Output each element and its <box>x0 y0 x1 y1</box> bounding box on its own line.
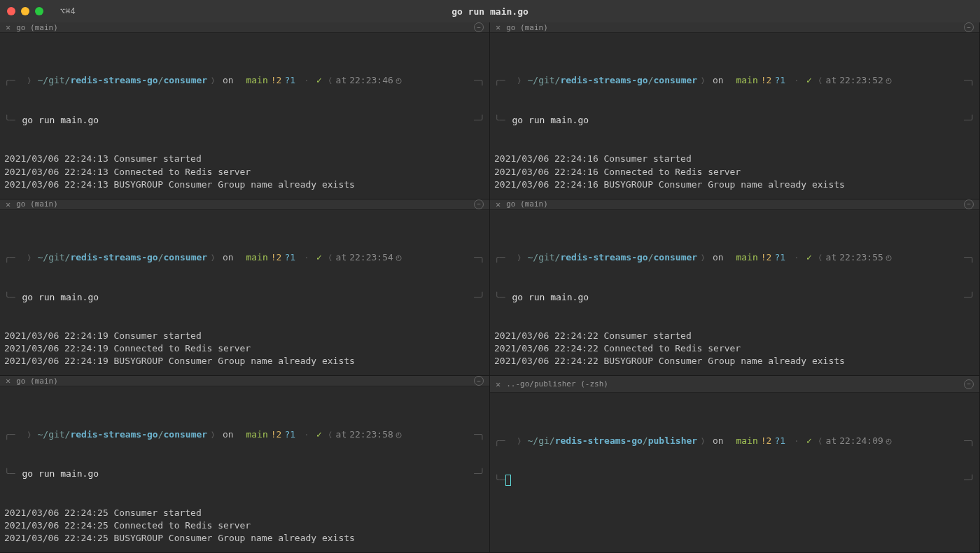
pane-menu-icon[interactable]: ⋯ <box>964 22 974 32</box>
prompt-line: ╭─ ❭ ~/gi/redis-streams-go/publisher ❭ o… <box>494 434 975 448</box>
titlebar: ⌥⌘4 go run main.go <box>0 0 980 22</box>
pane-header: ✕ go (main) ⋯ <box>0 22 489 33</box>
log-line: 2021/03/06 22:24:19 Consumer started <box>4 330 485 342</box>
log-line: 2021/03/06 22:24:22 BUSYGROUP Consumer G… <box>494 355 975 368</box>
check-icon: ✓ <box>804 251 815 265</box>
prompt-line: ╭─ ❭ ~/git/redis-streams-go/consumer ❭ o… <box>4 251 485 265</box>
tab-shortcut-label: ⌥⌘4 <box>60 6 76 16</box>
check-icon: ✓ <box>314 428 325 442</box>
pane-menu-icon[interactable]: ⋯ <box>964 200 974 209</box>
path-prefix: ~/git/ <box>37 74 70 88</box>
log-line: 2021/03/06 22:24:13 Connected to Redis s… <box>4 166 485 178</box>
terminal-pane[interactable]: ✕ go (main) ⋯ ╭─ ❭ ~/git/redis-streams-g… <box>490 200 980 377</box>
prompt-time: 22:23:52 <box>839 74 883 88</box>
git-branch: main <box>241 251 268 265</box>
path-prefix: ~/git/ <box>37 428 70 442</box>
git-modified-count: !2 <box>758 251 775 265</box>
command-text: go run main.go <box>15 114 99 127</box>
clock-icon: ◴ <box>393 428 402 442</box>
pane-header: ✕ ..-go/publisher (-zsh) ⋯ <box>490 376 979 393</box>
git-untracked-count: ?1 <box>284 428 300 442</box>
pane-header: ✕ go (main) ⋯ <box>0 200 489 210</box>
pane-header: ✕ go (main) ⋯ <box>490 22 979 33</box>
repo-name: redis-streams-go <box>560 74 648 88</box>
pane-menu-icon[interactable]: ⋯ <box>474 22 484 32</box>
pane-menu-icon[interactable]: ⋯ <box>964 379 974 389</box>
pane-title: go (main) <box>506 23 548 32</box>
prompt-time: 22:23:54 <box>349 251 393 265</box>
prompt-line: ╭─ ❭ ~/git/redis-streams-go/consumer ❭ o… <box>4 428 485 442</box>
git-modified-count: !2 <box>268 74 285 88</box>
terminal-pane[interactable]: ✕ go (main) ⋯ ╭─ ❭ ~/git/redis-streams-g… <box>0 200 490 377</box>
log-line: 2021/03/06 22:24:25 BUSYGROUP Consumer G… <box>4 532 485 545</box>
apple-icon <box>15 428 24 442</box>
git-untracked-count: ?1 <box>774 434 790 448</box>
dir-name: consumer <box>654 74 698 88</box>
check-icon: ✓ <box>804 434 815 448</box>
close-pane-icon[interactable]: ✕ <box>6 22 10 32</box>
git-untracked-count: ?1 <box>284 74 300 88</box>
terminal-body[interactable]: ╭─ ❭ ~/git/redis-streams-go/consumer ❭ o… <box>0 210 489 377</box>
clock-icon: ◴ <box>883 434 892 448</box>
check-icon: ✓ <box>314 251 325 265</box>
terminal-pane[interactable]: ✕ go (main) ⋯ ╭─ ❭ ~/git/redis-streams-g… <box>0 22 490 200</box>
apple-icon <box>505 251 514 265</box>
prompt-line: ╭─ ❭ ~/git/redis-streams-go/consumer ❭ o… <box>4 74 485 88</box>
git-untracked-count: ?1 <box>284 251 300 265</box>
pane-title: go (main) <box>16 200 58 209</box>
maximize-window-button[interactable] <box>35 7 43 15</box>
terminal-pane[interactable]: ✕ go (main) ⋯ ╭─ ❭ ~/git/redis-streams-g… <box>0 376 490 553</box>
apple-icon <box>505 74 514 88</box>
path-prefix: ~/git/ <box>527 251 560 265</box>
close-pane-icon[interactable]: ✕ <box>496 200 500 209</box>
terminal-pane[interactable]: ✕ ..-go/publisher (-zsh) ⋯ ╭─ ❭ ~/gi/red… <box>490 376 980 553</box>
repo-name: redis-streams-go <box>555 434 643 448</box>
close-pane-icon[interactable]: ✕ <box>496 22 500 32</box>
check-icon: ✓ <box>314 74 325 88</box>
clock-icon: ◴ <box>393 251 402 265</box>
apple-icon <box>15 251 24 265</box>
apple-icon <box>15 74 24 88</box>
pane-menu-icon[interactable]: ⋯ <box>474 200 484 209</box>
close-pane-icon[interactable]: ✕ <box>6 376 10 386</box>
path-prefix: ~/git/ <box>527 74 560 88</box>
pane-title: go (main) <box>506 200 548 209</box>
clock-icon: ◴ <box>883 251 892 265</box>
close-window-button[interactable] <box>7 7 15 15</box>
git-untracked-count: ?1 <box>774 74 790 88</box>
close-pane-icon[interactable]: ✕ <box>6 200 10 209</box>
log-line: 2021/03/06 22:24:13 BUSYGROUP Consumer G… <box>4 178 485 191</box>
pane-menu-icon[interactable]: ⋯ <box>474 376 484 386</box>
path-prefix: ~/gi/ <box>527 434 554 448</box>
close-pane-icon[interactable]: ✕ <box>496 379 500 389</box>
repo-name: redis-streams-go <box>70 428 158 442</box>
prompt-time: 22:23:58 <box>349 428 393 442</box>
git-branch: main <box>241 428 268 442</box>
prompt-time: 22:24:09 <box>839 434 883 448</box>
command-text: go run main.go <box>15 468 99 480</box>
terminal-body[interactable]: ╭─ ❭ ~/git/redis-streams-go/consumer ❭ o… <box>490 210 979 377</box>
terminal-body[interactable]: ╭─ ❭ ~/git/redis-streams-go/consumer ❭ o… <box>490 33 979 200</box>
git-untracked-count: ?1 <box>774 251 790 265</box>
terminal-body[interactable]: ╭─ ❭ ~/git/redis-streams-go/consumer ❭ o… <box>0 386 489 553</box>
dir-name: consumer <box>654 251 698 265</box>
log-line: 2021/03/06 22:24:22 Connected to Redis s… <box>494 342 975 355</box>
terminal-pane[interactable]: ✕ go (main) ⋯ ╭─ ❭ ~/git/redis-streams-g… <box>490 22 980 200</box>
repo-name: redis-streams-go <box>560 251 648 265</box>
git-branch: main <box>731 434 758 448</box>
terminal-body[interactable]: ╭─ ❭ ~/git/redis-streams-go/consumer ❭ o… <box>0 33 489 200</box>
log-line: 2021/03/06 22:24:16 Consumer started <box>494 153 975 165</box>
path-prefix: ~/git/ <box>37 251 70 265</box>
repo-name: redis-streams-go <box>70 251 158 265</box>
window-title: go run main.go <box>451 6 528 17</box>
clock-icon: ◴ <box>883 74 892 88</box>
git-branch: main <box>731 251 758 265</box>
git-modified-count: !2 <box>268 428 285 442</box>
terminal-body[interactable]: ╭─ ❭ ~/gi/redis-streams-go/publisher ❭ o… <box>490 393 979 552</box>
command-text: go run main.go <box>505 291 589 304</box>
traffic-lights <box>7 7 43 15</box>
minimize-window-button[interactable] <box>21 7 29 15</box>
command-text: go run main.go <box>15 291 99 304</box>
pane-title: go (main) <box>16 23 58 32</box>
check-icon: ✓ <box>804 74 815 88</box>
